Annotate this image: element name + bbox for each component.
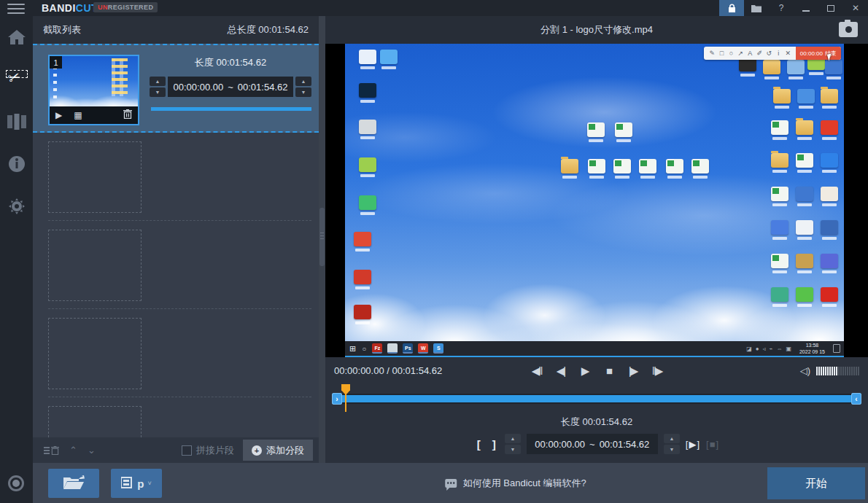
- stepper-up-button[interactable]: ▲: [664, 434, 680, 443]
- sidebar-item-info[interactable]: [0, 143, 33, 185]
- merge-segments-option[interactable]: 拼接片段: [182, 444, 234, 457]
- move-up-button[interactable]: ⌃: [69, 445, 77, 456]
- folder-icon: [796, 120, 813, 135]
- clip-item-selected[interactable]: 1 ▶ ▦ 长度 00:01:54.62 ▲▼: [33, 44, 319, 133]
- app-icon: [359, 83, 376, 98]
- start-button[interactable]: 开始: [767, 467, 865, 499]
- clip-list: 1 ▶ ▦ 长度 00:01:54.62 ▲▼: [33, 44, 319, 437]
- minimize-button[interactable]: [794, 0, 818, 16]
- speaker-icon[interactable]: ◁): [800, 365, 810, 376]
- empty-slot-placeholder[interactable]: [48, 230, 142, 301]
- window-controls: ? ✕: [719, 0, 868, 16]
- volume-bar: [821, 367, 822, 375]
- stepper-up-button[interactable]: ▲: [150, 77, 166, 86]
- register-lock-button[interactable]: [719, 0, 744, 16]
- volume-slider[interactable]: [816, 367, 859, 375]
- play-button[interactable]: ▶: [576, 364, 594, 378]
- doc-icon: [771, 254, 788, 268]
- recorder-tools: ✎□○↗A✐↺i✕: [708, 50, 793, 57]
- volume-bar: [825, 367, 826, 375]
- set-start-button[interactable]: [: [474, 438, 484, 451]
- tray-icon: ▣: [786, 346, 791, 352]
- app-icon: [796, 220, 813, 235]
- stepper-down-button[interactable]: ▼: [505, 445, 521, 454]
- merge-checkbox[interactable]: [182, 445, 192, 456]
- clip-end-stepper: ▲▼: [295, 77, 311, 97]
- step-forward-frame-button[interactable]: |▶: [624, 364, 642, 378]
- film-preset-icon: [121, 475, 137, 491]
- tray-icon: ⇔: [776, 346, 782, 352]
- stepper-up-button[interactable]: ▲: [295, 77, 311, 86]
- playback-time: 00:00:00.00 / 00:01:54.62: [334, 365, 442, 376]
- move-down-button[interactable]: ⌄: [88, 445, 96, 456]
- close-button[interactable]: ✕: [843, 0, 868, 16]
- clip-thumb-toolbar: ▶ ▦: [50, 106, 138, 124]
- step-forward-keyframe-button[interactable]: ‖▶: [648, 364, 666, 378]
- volume-bar: [842, 367, 844, 375]
- clip-thumbnail[interactable]: 1 ▶ ▦: [48, 55, 139, 125]
- clip-list-header: 截取列表 总长度 00:01:54.62: [33, 16, 319, 44]
- empty-slot-placeholder[interactable]: [48, 141, 142, 213]
- clip-list-scrollbar[interactable]: [319, 16, 325, 463]
- search-icon: ○: [362, 345, 366, 353]
- volume-bar: [838, 367, 840, 375]
- unregistered-badge: UNREGISTERED: [93, 2, 158, 12]
- snapshot-button[interactable]: [839, 22, 858, 37]
- volume-bar: [849, 367, 850, 375]
- clip-range-input[interactable]: 00:00:00.00 ~ 00:01:54.62: [168, 77, 293, 97]
- open-file-button[interactable]: [744, 0, 769, 16]
- sidebar-item-settings[interactable]: [0, 185, 33, 227]
- clip-play-icon[interactable]: ▶: [55, 110, 62, 120]
- set-end-button[interactable]: ]: [489, 438, 499, 451]
- volume-bar: [816, 367, 818, 375]
- close-icon: ✕: [852, 3, 859, 13]
- empty-slot-placeholder[interactable]: [48, 318, 142, 389]
- timeline-selection[interactable]: [342, 395, 851, 402]
- stepper-up-button[interactable]: ▲: [505, 434, 521, 443]
- clip-range-row: ▲▼ 00:00:00.00 ~ 00:01:54.62 ▲▼: [150, 77, 311, 97]
- windows-taskbar: ⊞ ○ FzPsWS ◪●◃⌁⇔▣ 13:58 2022 09 15: [345, 341, 844, 356]
- info-icon: [8, 155, 26, 173]
- timeline-start-handle[interactable]: ›: [332, 393, 342, 405]
- help-link[interactable]: 如何使用 Bandicut 编辑软件?: [445, 463, 586, 503]
- stepper-down-button[interactable]: ▼: [664, 445, 680, 454]
- clip-delete-icon[interactable]: [123, 109, 132, 121]
- video-preview[interactable]: ✎□○↗A✐↺i✕ 00:00:00 结束 ⊞ ○ FzPsWS ◪●◃⌁⇔▣ …: [345, 44, 844, 357]
- output-preset-button[interactable]: p ˅: [111, 469, 162, 498]
- sidebar-item-join[interactable]: [0, 101, 33, 143]
- record-icon[interactable]: [8, 475, 24, 491]
- timeline-playhead[interactable]: [341, 384, 350, 412]
- add-segment-button[interactable]: + 添加分段: [243, 440, 313, 461]
- clear-list-button[interactable]: [44, 446, 59, 455]
- sidebar-item-cut-active[interactable]: ✂: [0, 58, 33, 101]
- open-file-button-footer[interactable]: [48, 469, 99, 498]
- app-icon: [797, 89, 815, 104]
- stop-selection-button[interactable]: [■]: [706, 439, 719, 450]
- recorder-tool-icon: ○: [726, 50, 736, 57]
- app-icon: [771, 220, 788, 235]
- timeline-end-handle[interactable]: ‹: [851, 393, 861, 405]
- stepper-down-button[interactable]: ▼: [295, 87, 311, 97]
- clock-date: 2022 09 15: [799, 349, 825, 354]
- stop-button[interactable]: ■: [600, 364, 618, 378]
- sidebar-item-home[interactable]: [0, 16, 33, 58]
- clip-frames-icon[interactable]: ▦: [74, 110, 81, 120]
- menu-icon[interactable]: [7, 4, 25, 14]
- clip-range-start: 00:00:00.00: [174, 82, 224, 93]
- step-back-keyframe-button[interactable]: ◀‖: [528, 364, 546, 378]
- selection-range-input[interactable]: 00:00:00.00 ~ 00:01:54.62: [527, 434, 658, 454]
- scrollbar-thumb[interactable]: [319, 208, 325, 266]
- clip-progress-bar: [151, 107, 311, 111]
- stepper-down-button[interactable]: ▼: [150, 87, 166, 97]
- maximize-button[interactable]: [818, 0, 843, 16]
- play-selection-button[interactable]: [▶]: [686, 439, 700, 450]
- volume-bar: [832, 367, 833, 375]
- clock-time: 13:58: [806, 343, 819, 348]
- total-length-label: 总长度 00:01:54.62: [228, 23, 309, 36]
- notification-icon: [833, 344, 840, 353]
- app-icon: [796, 254, 813, 268]
- help-button[interactable]: ?: [769, 0, 794, 16]
- step-back-frame-button[interactable]: ◀|: [552, 364, 570, 378]
- empty-slot-placeholder[interactable]: [48, 406, 142, 437]
- list-icon: [44, 447, 50, 454]
